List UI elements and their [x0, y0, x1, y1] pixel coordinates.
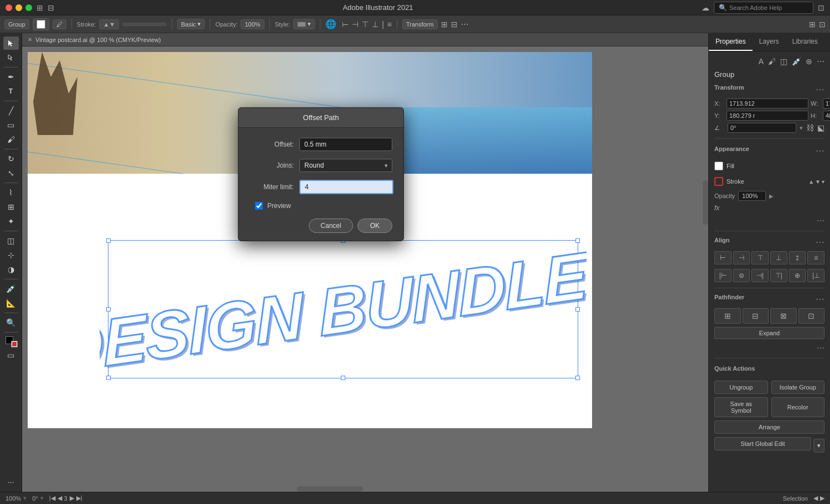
- tab-properties[interactable]: Properties: [709, 33, 753, 51]
- isolate-group-button[interactable]: Isolate Group: [771, 381, 825, 394]
- x-input[interactable]: [727, 98, 808, 108]
- ungroup-button[interactable]: Ungroup: [714, 381, 768, 394]
- link-icon[interactable]: ⬕: [817, 123, 824, 132]
- stroke-down-icon[interactable]: ▼: [815, 179, 821, 185]
- back-frame-icon[interactable]: ◀: [58, 495, 62, 502]
- stroke-selector[interactable]: [122, 23, 167, 26]
- h-input[interactable]: [823, 111, 830, 121]
- expand-icon[interactable]: ⊡: [819, 20, 826, 29]
- pen-tool[interactable]: ✒: [3, 70, 19, 84]
- prev-frame-icon[interactable]: |◀: [49, 495, 55, 502]
- screen-mode-tool[interactable]: ▭: [3, 349, 19, 362]
- pathfinder-more-btn[interactable]: ⋯: [817, 344, 824, 352]
- pathfinder-more-icon[interactable]: ⋯: [816, 294, 824, 304]
- transform-icon[interactable]: ⊞: [441, 20, 448, 29]
- stroke-options-icon[interactable]: ▾: [822, 179, 824, 185]
- brush-tool[interactable]: 🖌: [3, 133, 19, 146]
- align-center-v-btn[interactable]: ‡: [789, 251, 806, 264]
- fill-swatch[interactable]: [714, 162, 723, 170]
- line-tool[interactable]: ╱: [3, 104, 19, 117]
- tab-libraries[interactable]: Libraries: [786, 33, 824, 51]
- screen-mode-icon[interactable]: ⊡: [818, 3, 824, 12]
- next-frame-icon[interactable]: ▶|: [76, 495, 82, 502]
- constrain-icon[interactable]: ⛓: [806, 123, 814, 132]
- y-input[interactable]: [727, 111, 808, 121]
- miter-input[interactable]: [299, 180, 393, 194]
- measure-tool[interactable]: 📐: [3, 297, 19, 310]
- offset-input[interactable]: [299, 138, 392, 151]
- color-tool-group[interactable]: [4, 335, 18, 347]
- ok-button[interactable]: OK: [357, 219, 392, 233]
- stroke-value[interactable]: ▲▼: [99, 19, 119, 29]
- window-arrange-icon[interactable]: ⊟: [48, 3, 54, 12]
- selection-tool[interactable]: [3, 37, 19, 50]
- arrange-icon[interactable]: ⊟: [451, 20, 458, 29]
- minus-front-btn[interactable]: ⊟: [743, 308, 769, 324]
- eyedropper-tool[interactable]: 💉: [3, 282, 19, 295]
- align-left-icon[interactable]: ⊢: [342, 20, 349, 29]
- recolor-panel-icon[interactable]: ⊛: [806, 57, 812, 66]
- preview-checkbox[interactable]: [255, 202, 263, 210]
- frame-nav[interactable]: |◀ ◀ 3 ▶ ▶|: [49, 495, 82, 502]
- dist-right-btn[interactable]: ⊣|: [751, 269, 769, 282]
- transform-button[interactable]: Transform: [402, 19, 438, 29]
- cancel-button[interactable]: Cancel: [309, 219, 352, 233]
- profile-selector[interactable]: Basic ▾: [177, 19, 205, 29]
- align-center-h-btn[interactable]: ⊣: [733, 251, 750, 264]
- tab-layers[interactable]: Layers: [753, 33, 786, 51]
- type-tool[interactable]: T: [3, 85, 19, 98]
- global-edit-button[interactable]: Start Global Edit: [714, 437, 811, 450]
- fwd-frame-icon[interactable]: ▶: [70, 495, 74, 502]
- align-more-icon[interactable]: ⋯: [816, 237, 824, 247]
- arrange-view-icon[interactable]: ⊞: [809, 20, 816, 29]
- mesh-tool[interactable]: ⊹: [3, 248, 19, 262]
- panel-more-icon[interactable]: ⋯: [817, 57, 824, 66]
- save-symbol-button[interactable]: Save as Symbol: [714, 397, 768, 417]
- document-tab[interactable]: ✕ Vintage postcard.ai @ 100 % (CMYK/Prev…: [22, 33, 708, 46]
- gradient-tool[interactable]: ◫: [3, 234, 19, 247]
- stroke-icon-toolbar[interactable]: 🖊: [53, 19, 66, 29]
- more-icon[interactable]: ⋯: [461, 20, 469, 29]
- style-value[interactable]: ▾: [293, 19, 315, 29]
- align-top-icon[interactable]: ⊥: [372, 20, 378, 29]
- blend-tool[interactable]: ◑: [3, 263, 19, 276]
- warp-tool[interactable]: ⌇: [3, 186, 19, 199]
- opacity-value[interactable]: 100%: [241, 19, 264, 29]
- artboard-nav[interactable]: ◀ ▶: [813, 495, 824, 502]
- align-middle-icon[interactable]: |: [382, 20, 384, 29]
- align-center-icon[interactable]: ⊣: [352, 20, 359, 29]
- more-tools-btn[interactable]: ···: [3, 475, 19, 489]
- align-right-icon[interactable]: ⊤: [362, 20, 369, 29]
- joins-select[interactable]: Miter Round Bevel: [299, 159, 392, 172]
- group-selector[interactable]: Group: [4, 19, 29, 29]
- color-swatch-toolbar[interactable]: [33, 18, 49, 30]
- align-bottom-icon[interactable]: ≡: [387, 20, 392, 29]
- transform-more-icon[interactable]: ⋯: [816, 84, 824, 95]
- symbol-tool[interactable]: ✦: [3, 215, 19, 228]
- angle-dropdown-icon[interactable]: ▾: [800, 124, 803, 132]
- gradient-panel-icon[interactable]: ◫: [780, 57, 787, 66]
- align-top-btn[interactable]: ⊥: [770, 251, 787, 264]
- eyedropper-panel-icon[interactable]: 💉: [792, 57, 801, 66]
- brush-panel-icon[interactable]: 🖌: [768, 57, 776, 66]
- tab-close-icon[interactable]: ✕: [28, 37, 32, 43]
- free-transform-tool[interactable]: ⊞: [3, 200, 19, 214]
- arrange-button[interactable]: Arrange: [714, 420, 824, 434]
- dist-left-btn[interactable]: |⊢: [714, 269, 732, 282]
- opacity-arrow-icon[interactable]: ▶: [769, 193, 774, 199]
- dist-center-h-btn[interactable]: ⊜: [733, 269, 750, 282]
- appearance-more-icon[interactable]: ⋯: [816, 146, 824, 156]
- rotation-status[interactable]: 0° ▾: [32, 495, 44, 502]
- globe-icon[interactable]: 🌐: [325, 19, 336, 29]
- align-left-btn[interactable]: ⊢: [714, 251, 732, 264]
- dist-center-v-btn[interactable]: ⊕: [789, 269, 806, 282]
- appearance-more-btn[interactable]: ⋯: [817, 216, 824, 225]
- stroke-up-icon[interactable]: ▲: [808, 179, 814, 185]
- direct-selection-tool[interactable]: [3, 51, 19, 64]
- close-button[interactable]: [6, 4, 12, 11]
- zoom-status[interactable]: 100% ▾: [6, 495, 27, 502]
- expand-button[interactable]: Expand: [714, 327, 824, 339]
- vertical-scrollbar[interactable]: [703, 180, 708, 225]
- dist-top-btn[interactable]: ⊤|: [770, 269, 787, 282]
- window-layout-icon[interactable]: ⊞: [37, 3, 43, 12]
